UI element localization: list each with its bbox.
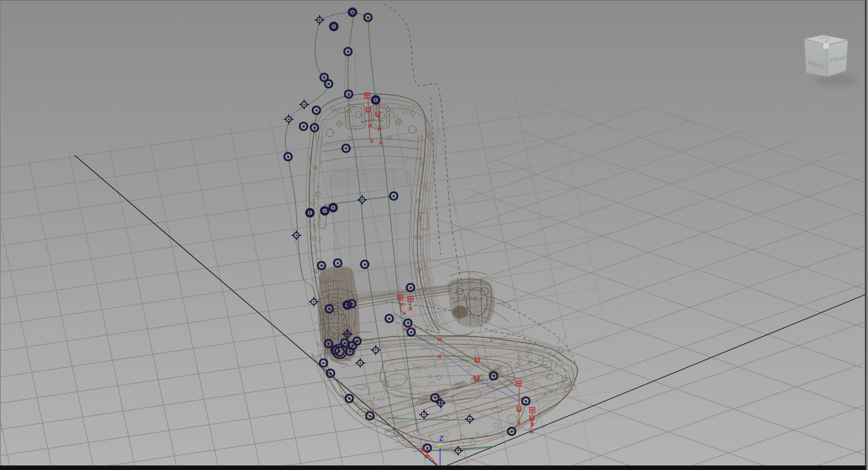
- svg-text:X: X: [420, 446, 425, 453]
- svg-text:Z: Z: [439, 435, 443, 442]
